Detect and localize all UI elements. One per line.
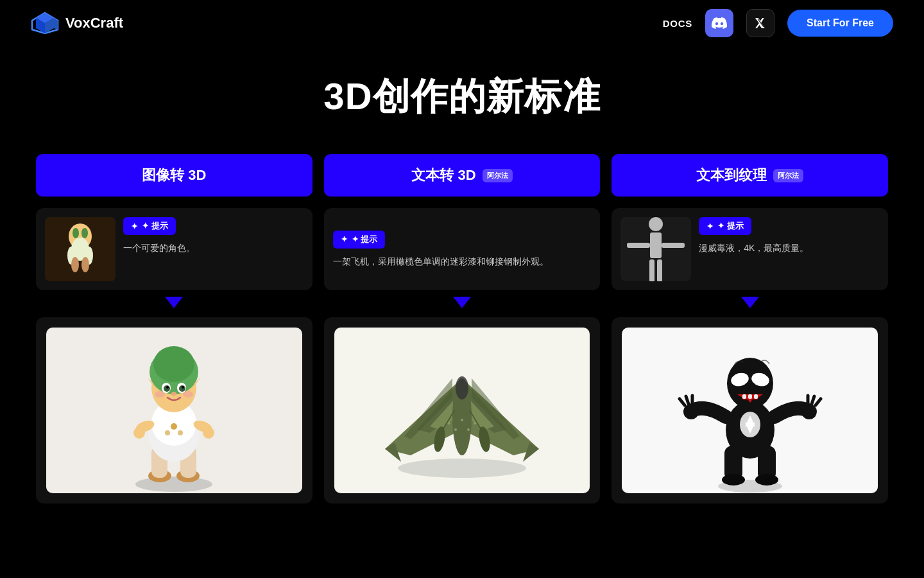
prompt-label-3: ✦ 提示	[717, 220, 744, 232]
result-card-venom-inner	[622, 328, 878, 493]
prompt-badge-2: ✦ ✦ 提示	[333, 231, 386, 249]
result-card-venom	[612, 317, 888, 504]
result-cards-row	[36, 317, 888, 504]
svg-line-76	[680, 399, 685, 405]
tpose-legs	[649, 259, 662, 282]
svg-marker-19	[741, 297, 759, 308]
demo-card-text-to-texture: ✦ ✦ 提示 漫威毒液，4K，最高质量。	[612, 208, 888, 290]
nav-actions: DOCS Start For Free	[663, 9, 893, 37]
prompt-label-1: ✦ 提示	[142, 220, 168, 232]
svg-point-44	[166, 386, 169, 389]
result-card-elf	[36, 317, 312, 504]
svg-point-71	[722, 474, 745, 486]
tab-text-to-3d-label: 文本转 3D	[411, 166, 475, 185]
tab-text-to-texture[interactable]: 文本到纹理 阿尔法	[612, 154, 888, 197]
arrow-down-3	[612, 297, 888, 308]
sparkle-icon-1: ✦	[131, 222, 138, 231]
svg-marker-18	[453, 297, 471, 308]
demo-thumbnail-elf	[45, 217, 116, 281]
svg-point-61	[448, 422, 450, 425]
svg-point-47	[183, 391, 193, 398]
svg-point-64	[454, 428, 457, 431]
elf-result-svg	[78, 328, 270, 493]
svg-point-33	[203, 427, 214, 439]
svg-point-14	[71, 257, 79, 272]
tpose-torso	[650, 232, 662, 258]
svg-point-8	[81, 228, 88, 238]
svg-point-72	[755, 474, 778, 486]
tab-text-to-texture-label: 文本到纹理	[696, 166, 767, 185]
voxcraft-logo-icon	[31, 12, 59, 35]
svg-point-56	[456, 376, 468, 399]
demo-thumbnail-tpose	[620, 217, 691, 281]
twitter-icon	[754, 17, 767, 30]
hero-title: 3D创作的新标准	[0, 72, 924, 122]
svg-line-77	[686, 396, 689, 404]
demo-cards-row: ✦ ✦ 提示 一个可爱的角色。 ✦ ✦ 提示 一架飞机，采用橄榄色单调的迷彩漆和…	[36, 208, 888, 290]
svg-point-20	[135, 477, 212, 492]
svg-point-46	[155, 391, 165, 398]
prompt-text-2: 一架飞机，采用橄榄色单调的迷彩漆和铆接钢制外观。	[333, 255, 592, 268]
svg-point-7	[73, 228, 79, 238]
svg-marker-17	[165, 297, 183, 308]
result-card-elf-inner	[46, 328, 302, 493]
svg-point-65	[467, 428, 470, 431]
svg-line-80	[816, 399, 821, 405]
tpose-right-arm	[662, 243, 685, 248]
svg-point-63	[474, 422, 476, 425]
nav-logo-group: VoxCraft	[31, 12, 123, 35]
result-card-plane-inner	[334, 328, 590, 493]
result-card-plane	[324, 317, 601, 504]
demo-card-image-to-3d: ✦ ✦ 提示 一个可爱的角色。	[36, 208, 312, 290]
svg-point-45	[182, 386, 184, 389]
tabs-row: 图像转 3D 文本转 3D 阿尔法 文本到纹理 阿尔法	[36, 154, 888, 197]
svg-point-29	[178, 430, 183, 435]
tpose-figure	[627, 217, 685, 281]
svg-point-48	[171, 392, 176, 396]
twitter-button[interactable]	[746, 9, 774, 37]
svg-line-81	[812, 396, 814, 404]
prompt-badge-3: ✦ ✦ 提示	[699, 217, 751, 235]
sparkle-icon-3: ✦	[706, 222, 714, 231]
sparkle-icon-2: ✦	[341, 234, 348, 244]
prompt-text-1: 一个可爱的角色。	[123, 241, 304, 255]
svg-rect-88	[742, 394, 746, 399]
docs-link[interactable]: DOCS	[663, 18, 692, 29]
main-content: 图像转 3D 文本转 3D 阿尔法 文本到纹理 阿尔法	[0, 141, 924, 504]
logo-text: VoxCraft	[65, 15, 123, 31]
prompt-label-2: ✦ 提示	[352, 234, 378, 245]
tpose-body	[627, 232, 685, 258]
tab-image-to-3d[interactable]: 图像转 3D	[36, 154, 312, 197]
discord-icon	[712, 17, 727, 29]
tpose-right-leg	[657, 259, 662, 282]
arrow-down-1	[36, 297, 312, 308]
hero-section: 3D创作的新标准	[0, 46, 924, 141]
tpose-left-leg	[649, 259, 654, 282]
tab-text-to-3d-badge: 阿尔法	[483, 169, 513, 182]
demo-card-1-content: ✦ ✦ 提示 一个可爱的角色。	[123, 217, 304, 255]
svg-point-62	[461, 419, 463, 421]
tab-text-to-texture-badge: 阿尔法	[773, 169, 803, 182]
start-for-free-button[interactable]: Start For Free	[787, 10, 893, 37]
demo-card-3-content: ✦ ✦ 提示 漫威毒液，4K，最高质量。	[699, 217, 879, 255]
tpose-head	[649, 217, 663, 231]
prompt-text-3: 漫威毒液，4K，最高质量。	[699, 241, 879, 255]
prompt-badge-1: ✦ ✦ 提示	[123, 217, 176, 235]
svg-point-28	[165, 430, 170, 435]
svg-rect-89	[748, 394, 752, 399]
svg-point-27	[171, 423, 177, 430]
svg-point-15	[81, 257, 89, 272]
svg-point-49	[398, 459, 526, 478]
tab-image-to-3d-label: 图像转 3D	[142, 166, 206, 185]
tpose-left-arm	[627, 243, 650, 248]
navigation: VoxCraft DOCS Start For Free	[0, 0, 924, 46]
demo-card-text-to-3d: ✦ ✦ 提示 一架飞机，采用橄榄色单调的迷彩漆和铆接钢制外观。	[324, 208, 601, 290]
svg-point-37	[153, 346, 194, 382]
venom-result-svg	[660, 328, 840, 493]
plane-result-svg	[359, 328, 565, 493]
svg-point-32	[133, 427, 145, 439]
discord-button[interactable]	[705, 9, 733, 37]
svg-rect-90	[754, 394, 758, 399]
tab-text-to-3d[interactable]: 文本转 3D 阿尔法	[324, 154, 601, 197]
arrow-down-2	[324, 297, 601, 308]
